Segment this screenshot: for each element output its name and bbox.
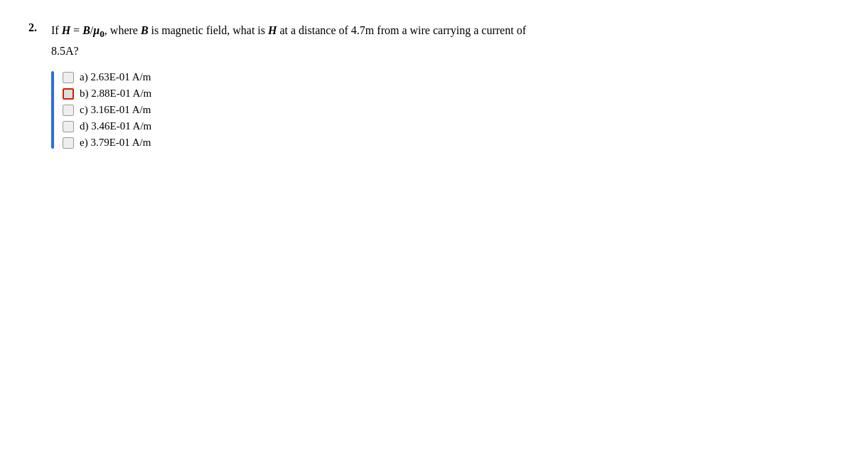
checkbox-c[interactable] [63, 105, 74, 116]
checkbox-d[interactable] [63, 121, 74, 132]
option-a[interactable]: a) 2.63E-01 A/m [63, 71, 151, 83]
question-container: 2. If H = B/μ0, where B is magnetic fiel… [28, 21, 810, 149]
checkbox-e[interactable] [63, 137, 74, 149]
option-d-label: d) 3.46E-01 A/m [80, 120, 151, 132]
option-a-label: a) 2.63E-01 A/m [80, 71, 151, 83]
option-e-label: e) 3.79E-01 A/m [80, 137, 151, 149]
option-c-label: c) 3.16E-01 A/m [80, 104, 151, 116]
question-text: If H = B/μ0, where B is magnetic field, … [51, 21, 810, 60]
question-number: 2. [28, 21, 43, 149]
question-body: If H = B/μ0, where B is magnetic field, … [51, 21, 810, 149]
options-list: a) 2.63E-01 A/m b) 2.88E-01 A/m c) 3.16E… [63, 71, 151, 149]
checkbox-b[interactable] [63, 88, 74, 100]
option-d[interactable]: d) 3.46E-01 A/m [63, 120, 151, 132]
checkbox-a[interactable] [63, 72, 74, 83]
option-c[interactable]: c) 3.16E-01 A/m [63, 104, 151, 116]
option-b-label: b) 2.88E-01 A/m [80, 88, 151, 100]
blue-bar-decoration [51, 71, 54, 149]
options-wrapper: a) 2.63E-01 A/m b) 2.88E-01 A/m c) 3.16E… [51, 71, 810, 149]
option-b[interactable]: b) 2.88E-01 A/m [63, 88, 151, 100]
option-e[interactable]: e) 3.79E-01 A/m [63, 137, 151, 149]
variable-B: B [82, 24, 90, 36]
variable-H: H [62, 24, 70, 36]
